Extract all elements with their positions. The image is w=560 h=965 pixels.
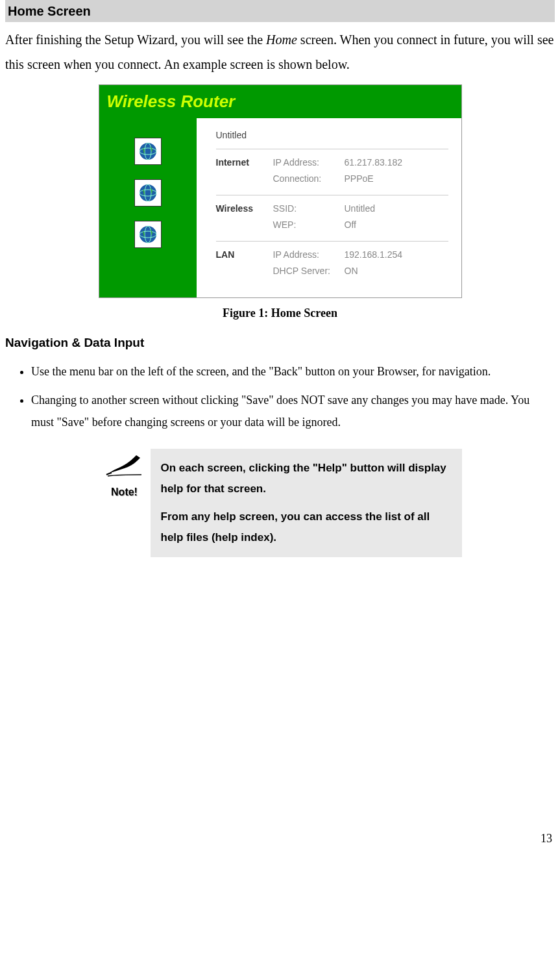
- page-number: 13: [5, 830, 555, 847]
- svg-point-3: [140, 184, 156, 201]
- router-title: Wireless Router: [99, 85, 461, 118]
- router-row: Wireless SSID: Untitled WEP: Off: [216, 195, 448, 241]
- list-item: Changing to another screen without click…: [31, 389, 555, 433]
- section-header: Home Screen: [5, 0, 555, 22]
- router-row-fields: SSID: Untitled WEP: Off: [273, 202, 448, 234]
- subsection-header: Navigation & Data Input: [5, 334, 555, 353]
- router-field: DHCP Server: ON: [273, 264, 448, 278]
- router-field: SSID: Untitled: [273, 202, 448, 216]
- field-key: DHCP Server:: [273, 264, 345, 278]
- field-val: Untitled: [345, 202, 448, 216]
- field-val: PPPoE: [345, 172, 448, 186]
- svg-point-0: [140, 143, 156, 160]
- intro-italic: Home: [266, 32, 297, 47]
- router-row: Internet IP Address: 61.217.83.182 Conne…: [216, 149, 448, 195]
- note-label: Note!: [99, 484, 151, 500]
- router-screenshot: Wireless Router Untitled Internet: [99, 84, 462, 298]
- note-paragraph: On each screen, clicking the "Help" butt…: [161, 458, 452, 500]
- intro-paragraph: After finishing the Setup Wizard, you wi…: [5, 27, 555, 77]
- note-icon-column: Note!: [99, 449, 151, 500]
- field-val: 192.168.1.254: [345, 248, 448, 262]
- figure-caption: Figure 1: Home Screen: [5, 305, 555, 322]
- svg-point-6: [140, 226, 156, 243]
- bullet-list: Use the menu bar on the left of the scre…: [5, 360, 555, 434]
- router-row-label: Wireless: [216, 202, 268, 234]
- pen-icon: [105, 451, 144, 479]
- router-body: Untitled Internet IP Address: 61.217.83.…: [99, 118, 461, 297]
- field-val: 61.217.83.182: [345, 156, 448, 169]
- note-paragraph: From any help screen, you can access the…: [161, 507, 452, 549]
- note-block: Note! On each screen, clicking the "Help…: [5, 449, 555, 557]
- router-field: Connection: PPPoE: [273, 172, 448, 186]
- field-key: IP Address:: [273, 156, 345, 169]
- figure: Wireless Router Untitled Internet: [5, 84, 555, 322]
- router-row-label: LAN: [216, 248, 268, 281]
- field-val: Off: [345, 218, 448, 232]
- globe-icon: [134, 138, 162, 165]
- router-field: IP Address: 192.168.1.254: [273, 248, 448, 262]
- list-item: Use the menu bar on the left of the scre…: [31, 360, 555, 382]
- field-key: IP Address:: [273, 248, 345, 262]
- router-field: IP Address: 61.217.83.182: [273, 156, 448, 169]
- router-sidebar: [99, 118, 197, 297]
- router-top-label: Untitled: [216, 129, 448, 142]
- globe-icon: [134, 221, 162, 248]
- field-val: ON: [345, 264, 448, 278]
- field-key: WEP:: [273, 218, 345, 232]
- router-row-fields: IP Address: 192.168.1.254 DHCP Server: O…: [273, 248, 448, 281]
- field-key: SSID:: [273, 202, 345, 216]
- router-row-label: Internet: [216, 156, 268, 188]
- router-field: WEP: Off: [273, 218, 448, 232]
- router-row: LAN IP Address: 192.168.1.254 DHCP Serve…: [216, 241, 448, 287]
- router-row-fields: IP Address: 61.217.83.182 Connection: PP…: [273, 156, 448, 188]
- field-key: Connection:: [273, 172, 345, 186]
- intro-text-before: After finishing the Setup Wizard, you wi…: [5, 32, 266, 47]
- note-box: On each screen, clicking the "Help" butt…: [151, 449, 462, 557]
- globe-icon: [134, 179, 162, 207]
- router-content: Untitled Internet IP Address: 61.217.83.…: [197, 118, 461, 297]
